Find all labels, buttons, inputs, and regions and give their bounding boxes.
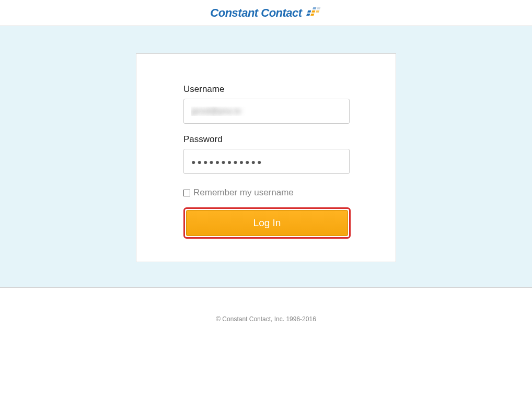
remember-row: Remember my username [183,188,349,198]
username-label: Username [183,84,349,95]
brand-logo: Constant Contact [210,6,321,20]
remember-checkbox[interactable] [183,190,190,196]
svg-rect-3 [311,10,315,13]
password-label: Password [183,134,349,145]
login-button-highlight: Log In [183,207,351,239]
svg-rect-0 [313,7,316,9]
username-input[interactable] [183,99,350,124]
main-content: Username Password Remember my username L… [0,26,532,288]
brand-name: Constant Contact [210,6,302,20]
brand-mark-icon [304,6,322,20]
footer: © Constant Contact, Inc. 1996-2016 [0,288,532,323]
header: Constant Contact [0,0,532,26]
svg-rect-2 [307,10,311,13]
login-button[interactable]: Log In [186,210,348,236]
login-card: Username Password Remember my username L… [136,53,396,262]
password-input[interactable] [183,149,350,174]
svg-rect-6 [310,14,314,16]
copyright-text: © Constant Contact, Inc. 1996-2016 [216,315,316,323]
svg-rect-5 [306,14,310,16]
svg-rect-4 [316,10,319,13]
svg-rect-1 [317,7,320,9]
remember-label: Remember my username [193,188,294,198]
